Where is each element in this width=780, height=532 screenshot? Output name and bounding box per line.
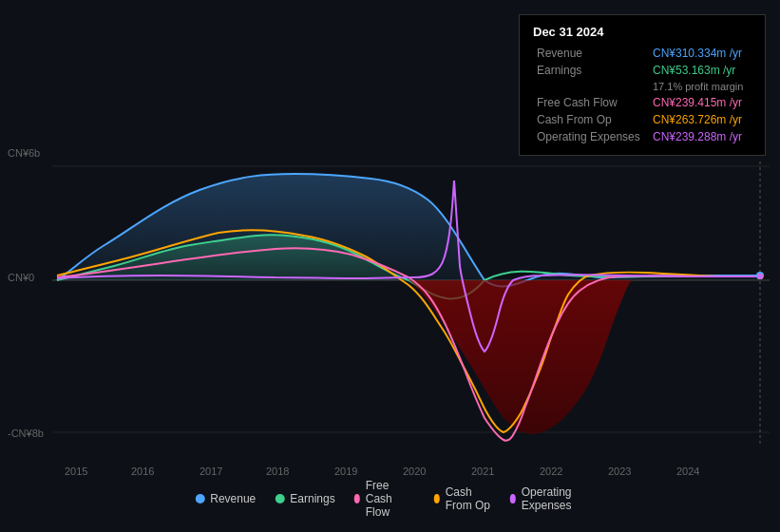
legend-earnings: Earnings <box>275 492 334 505</box>
y-label-top: CN¥6b <box>8 147 40 159</box>
cashop-value: CN¥263.726m /yr <box>649 111 751 128</box>
y-label-zero: CN¥0 <box>8 272 34 283</box>
svg-point-7 <box>757 274 763 279</box>
x-label-2016: 2016 <box>131 466 154 477</box>
legend-opex: Operating Expenses <box>510 485 585 512</box>
legend-fcf-label: Free Cash Flow <box>366 479 415 519</box>
x-label-2015: 2015 <box>65 466 87 477</box>
x-label-2017: 2017 <box>200 466 222 477</box>
earnings-label: Earnings <box>533 62 649 79</box>
x-label-2022: 2022 <box>540 466 562 477</box>
opex-value: CN¥239.288m /yr <box>649 128 751 145</box>
margin-label <box>533 79 649 94</box>
revenue-label: Revenue <box>533 45 649 62</box>
legend-opex-label: Operating Expenses <box>522 485 585 512</box>
x-label-2019: 2019 <box>334 466 357 477</box>
legend-cashop-dot <box>434 494 440 504</box>
data-panel: Dec 31 2024 Revenue CN¥310.334m /yr Earn… <box>519 14 766 156</box>
x-label-2023: 2023 <box>608 466 631 477</box>
opex-label: Operating Expenses <box>533 128 649 145</box>
legend-fcf: Free Cash Flow <box>354 479 415 519</box>
legend-cashop-label: Cash From Op <box>446 485 491 512</box>
y-label-bottom: -CN¥8b <box>8 428 44 439</box>
revenue-value: CN¥310.334m /yr <box>649 45 751 62</box>
legend-opex-dot <box>510 494 516 504</box>
legend-revenue-dot <box>195 494 204 504</box>
panel-date: Dec 31 2024 <box>533 25 751 39</box>
legend-revenue: Revenue <box>195 492 256 505</box>
legend-earnings-label: Earnings <box>290 492 334 505</box>
cashop-label: Cash From Op <box>533 111 649 128</box>
legend-cashop: Cash From Op <box>434 485 491 512</box>
x-label-2021: 2021 <box>471 466 494 477</box>
earnings-value: CN¥53.163m /yr <box>649 62 751 79</box>
margin-value: 17.1% profit margin <box>649 79 751 94</box>
fcf-label: Free Cash Flow <box>533 94 649 111</box>
x-label-2020: 2020 <box>403 466 426 477</box>
x-label-2018: 2018 <box>266 466 289 477</box>
legend-earnings-dot <box>275 494 284 504</box>
legend-revenue-label: Revenue <box>210 492 256 505</box>
x-label-2024: 2024 <box>676 466 699 477</box>
chart-legend: Revenue Earnings Free Cash Flow Cash Fro… <box>195 479 585 519</box>
fcf-value: CN¥239.415m /yr <box>649 94 751 111</box>
legend-fcf-dot <box>354 494 360 504</box>
chart-container: Dec 31 2024 Revenue CN¥310.334m /yr Earn… <box>0 0 780 532</box>
